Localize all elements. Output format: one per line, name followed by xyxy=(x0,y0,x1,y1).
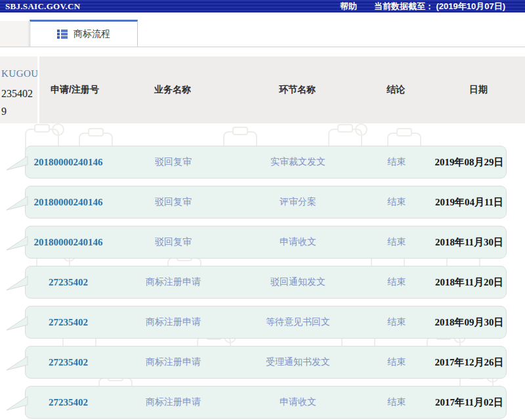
table-row[interactable]: 20180000240146 驳回复审 申请收文 结束 2018年11月30日 xyxy=(25,226,507,259)
bubble-tail-icon xyxy=(5,235,28,252)
cell-conclusion: 结束 xyxy=(360,196,432,208)
cell-date: 2018年11月20日 xyxy=(432,276,506,289)
process-list: 20180000240146 驳回复审 实审裁文发文 结束 2019年08月29… xyxy=(0,123,525,420)
cell-reg-no[interactable]: 27235402 xyxy=(26,357,111,368)
cell-reg-no[interactable]: 27235402 xyxy=(26,317,111,328)
cell-date: 2017年11月02日 xyxy=(432,396,506,409)
data-cutoff-label: 当前数据截至： (2019年10月07日) xyxy=(374,1,505,12)
table-row[interactable]: 27235402 商标注册申请 等待意见书回文 结束 2018年09月30日 xyxy=(25,306,507,339)
table-header: 申请/注册号 业务名称 环节名称 结论 日期 xyxy=(39,56,525,123)
cell-business: 驳回复审 xyxy=(111,196,236,208)
registration-number: 235402 xyxy=(1,88,37,100)
table-row[interactable]: 20180000240146 驳回复审 评审分案 结束 2019年04月11日 xyxy=(25,186,507,219)
cell-reg-no[interactable]: 20180000240146 xyxy=(26,237,111,248)
bubble-tail-icon xyxy=(5,195,28,212)
cell-date: 2017年12月26日 xyxy=(432,356,506,369)
cell-reg-no[interactable]: 27235402 xyxy=(26,397,111,408)
list-icon xyxy=(57,30,68,39)
cell-business: 商标注册申请 xyxy=(111,356,236,368)
cell-date: 2018年11月30日 xyxy=(432,236,506,249)
tab-trademark-process[interactable]: 商标流程 xyxy=(30,20,138,47)
top-bar: SBJ.SAIC.GOV.CN 帮助 当前数据截至： (2019年10月07日) xyxy=(0,0,525,12)
table-row[interactable]: 27235402 商标注册申请 受理通知书发文 结束 2017年12月26日 xyxy=(25,346,507,379)
bubble-tail-icon xyxy=(5,315,28,332)
col-header-date: 日期 xyxy=(432,84,525,96)
class-number: 9 xyxy=(1,106,37,117)
col-header-conclusion: 结论 xyxy=(360,84,432,96)
cell-conclusion: 结束 xyxy=(360,356,432,368)
cell-business: 驳回复审 xyxy=(111,156,236,168)
cell-stage: 申请收文 xyxy=(236,396,360,408)
cell-business: 驳回复审 xyxy=(111,236,236,248)
cell-reg-no[interactable]: 20180000240146 xyxy=(26,157,111,168)
cell-conclusion: 结束 xyxy=(360,236,432,248)
cell-business: 商标注册申请 xyxy=(111,276,236,288)
cell-stage: 实审裁文发文 xyxy=(236,156,360,168)
cell-business: 商标注册申请 xyxy=(111,396,236,408)
bubble-tail-icon xyxy=(5,155,28,172)
cell-date: 2019年08月29日 xyxy=(432,156,506,169)
cell-stage: 受理通知书发文 xyxy=(236,356,360,368)
cell-date: 2019年04月11日 xyxy=(432,196,506,209)
col-header-reg-no: 申请/注册号 xyxy=(39,84,110,96)
col-header-stage: 环节名称 xyxy=(235,84,360,96)
table-row[interactable]: 20180000240146 驳回复审 实审裁文发文 结束 2019年08月29… xyxy=(25,146,507,178)
cell-date: 2018年09月30日 xyxy=(432,316,506,329)
rows-container: 20180000240146 驳回复审 实审裁文发文 结束 2019年08月29… xyxy=(25,146,507,420)
cell-stage: 评审分案 xyxy=(236,196,360,208)
bubble-tail-icon xyxy=(5,355,28,372)
cell-conclusion: 结束 xyxy=(360,156,432,168)
trademark-name: KUGOU xyxy=(1,68,37,79)
bubble-tail-icon xyxy=(5,275,28,292)
cell-reg-no[interactable]: 27235402 xyxy=(26,277,111,288)
bubble-tail-icon xyxy=(5,395,28,412)
cell-reg-no[interactable]: 20180000240146 xyxy=(26,197,111,208)
trademark-info-panel: KUGOU 235402 9 xyxy=(0,56,37,123)
cell-stage: 等待意见书回文 xyxy=(236,316,360,328)
table-row[interactable]: 27235402 商标注册申请 驳回通知发文 结束 2018年11月20日 xyxy=(25,266,507,299)
tab-strip: 商标流程 xyxy=(0,20,525,47)
help-link[interactable]: 帮助 xyxy=(340,1,357,12)
table-row[interactable]: 27235402 商标注册申请 申请收文 结束 2017年11月02日 xyxy=(25,386,507,419)
cell-stage: 驳回通知发文 xyxy=(236,276,360,288)
site-brand: SBJ.SAIC.GOV.CN xyxy=(5,1,80,12)
cell-conclusion: 结束 xyxy=(360,316,432,328)
cell-stage: 申请收文 xyxy=(236,236,360,248)
cell-conclusion: 结束 xyxy=(360,396,432,408)
tab-label: 商标流程 xyxy=(74,28,110,40)
col-header-business: 业务名称 xyxy=(110,84,235,96)
cell-business: 商标注册申请 xyxy=(111,316,236,328)
cell-conclusion: 结束 xyxy=(360,276,432,288)
cropped-left-tab xyxy=(0,21,29,47)
